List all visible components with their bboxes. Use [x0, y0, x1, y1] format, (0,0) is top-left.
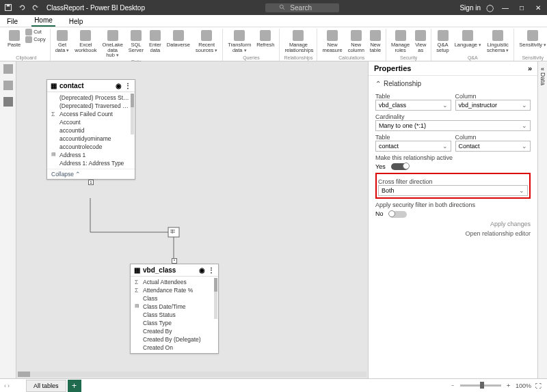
more-icon[interactable]: ⋮: [208, 266, 215, 274]
visibility-icon[interactable]: ◉: [199, 266, 205, 274]
close-button[interactable]: ✕: [533, 4, 543, 12]
collapse-panel-icon[interactable]: »: [528, 64, 532, 72]
tab-help[interactable]: Help: [66, 16, 86, 27]
field-item[interactable]: Actual Attendees: [131, 278, 218, 286]
enter-data-button[interactable]: Enter data: [147, 29, 163, 59]
maximize-button[interactable]: □: [517, 4, 526, 12]
collapse-link[interactable]: Collapse ⌃: [47, 169, 135, 179]
select-table1[interactable]: vbd_class: [375, 100, 451, 111]
transform-data-button[interactable]: Transform data: [226, 29, 253, 55]
field-item[interactable]: Class: [131, 294, 218, 303]
visibility-icon[interactable]: ◉: [116, 82, 122, 89]
view-as-button[interactable]: View as: [413, 29, 428, 55]
field-item[interactable]: Class Type: [131, 319, 218, 327]
cut-button[interactable]: Cut: [24, 29, 47, 36]
scrollbar[interactable]: [214, 278, 217, 319]
onelake-button[interactable]: OneLake data hub: [100, 29, 124, 59]
field-item[interactable]: Created By (Delegate): [131, 335, 218, 344]
open-editor-link[interactable]: Open relationship editor: [375, 230, 531, 237]
label-active: Make this relationship active: [375, 154, 531, 161]
redo-icon[interactable]: [31, 3, 40, 12]
data-pane-label[interactable]: Data: [539, 72, 546, 85]
expand-data-icon[interactable]: «: [541, 66, 544, 72]
select-cardinality[interactable]: Many to one (*:1): [375, 120, 531, 131]
excel-button[interactable]: Excel workbook: [72, 29, 98, 59]
sign-in-link[interactable]: Sign in: [459, 4, 481, 12]
group-label: Calculations: [338, 55, 364, 60]
field-item[interactable]: Created By: [131, 327, 218, 335]
field-item[interactable]: (Deprecated) Traversed Path: [47, 102, 135, 110]
recent-sources-button[interactable]: Recent sources: [194, 29, 219, 59]
language-button[interactable]: Language: [453, 29, 483, 55]
field-item[interactable]: Address 1: [47, 151, 135, 159]
sql-button[interactable]: SQL Server: [126, 29, 146, 59]
ribbon-group-sensitivity: Sensitivity Sensitivity: [514, 29, 547, 61]
linguistic-schema-button[interactable]: Linguistic schema: [485, 29, 511, 55]
field-item[interactable]: Class Date/Time: [131, 303, 218, 311]
table-card-contact[interactable]: ▦ contact ◉ ⋮ (Deprecated) Process Stage…: [46, 79, 135, 180]
table-card-vbd-class[interactable]: * ▦ vbd_class ◉ ⋮ Actual AttendeesAttend…: [130, 264, 219, 354]
new-measure-button[interactable]: New measure: [320, 29, 344, 55]
user-icon[interactable]: ◯: [486, 4, 494, 12]
svg-point-2: [280, 5, 284, 8]
qa-setup-button[interactable]: Q&A setup: [434, 29, 451, 55]
get-data-button[interactable]: Get data: [53, 29, 72, 59]
section-relationship[interactable]: ⌃Relationship: [375, 80, 531, 87]
layout-tab-all-tables[interactable]: All tables: [26, 380, 66, 392]
field-item[interactable]: accountid: [47, 126, 135, 135]
new-column-button[interactable]: New column: [346, 29, 366, 55]
tab-home[interactable]: Home: [31, 15, 55, 27]
field-item[interactable]: accountrolecode: [47, 143, 135, 151]
dataverse-button[interactable]: Dataverse: [165, 29, 192, 59]
fit-to-screen-icon[interactable]: ⛶: [535, 382, 542, 389]
ribbon-group-qa: Q&A setup Language Linguistic schema Q&A: [431, 29, 514, 61]
left-nav-rail: [0, 61, 16, 378]
field-item[interactable]: Class Status: [131, 311, 218, 319]
table-view-icon[interactable]: [3, 81, 13, 90]
field-item[interactable]: Access Failed Count: [47, 110, 135, 118]
refresh-button[interactable]: Refresh: [254, 29, 276, 55]
field-item[interactable]: Created On: [131, 344, 218, 352]
undo-icon[interactable]: [18, 3, 26, 12]
group-label: Security: [400, 55, 417, 60]
nav-next-icon[interactable]: ›: [8, 382, 10, 389]
toggle-active[interactable]: [391, 163, 409, 170]
save-icon[interactable]: [4, 3, 12, 12]
field-item[interactable]: accountidyominame: [47, 135, 135, 143]
zoom-in-icon[interactable]: ＋: [505, 381, 511, 390]
table-icon: ▦: [134, 266, 140, 274]
ribbon-group-calculations: New measure New column New table Calcula…: [317, 29, 386, 61]
field-item[interactable]: Attendance Rate %: [131, 286, 218, 294]
add-layout-button[interactable]: +: [68, 380, 81, 392]
select-column2[interactable]: Contact: [455, 141, 531, 152]
model-canvas[interactable]: ▦ contact ◉ ⋮ (Deprecated) Process Stage…: [16, 61, 368, 378]
tab-file[interactable]: File: [4, 16, 21, 27]
more-icon[interactable]: ⋮: [124, 82, 131, 89]
svg-line-3: [283, 8, 285, 10]
select-cross-filter[interactable]: Both: [378, 185, 528, 196]
scrollbar[interactable]: [131, 94, 134, 135]
canvas-hscroll[interactable]: [18, 372, 366, 377]
search-placeholder: Search: [290, 4, 312, 12]
zoom-out-icon[interactable]: ﹣: [450, 381, 456, 390]
field-item[interactable]: Address 1: Address Type: [47, 159, 135, 167]
svg-rect-4: [168, 227, 179, 237]
report-view-icon[interactable]: [3, 64, 13, 74]
copy-button[interactable]: Copy: [24, 36, 47, 43]
global-search[interactable]: Search: [265, 3, 339, 12]
toggle-security-filter[interactable]: [389, 211, 407, 218]
nav-prev-icon[interactable]: ‹: [4, 382, 6, 389]
field-item[interactable]: (Deprecated) Process Stage: [47, 94, 135, 102]
apply-changes-link[interactable]: Apply changes: [375, 221, 531, 227]
model-view-icon[interactable]: [3, 97, 13, 107]
zoom-slider[interactable]: [460, 384, 501, 387]
new-table-button[interactable]: New table: [368, 29, 383, 55]
manage-roles-button[interactable]: Manage roles: [389, 29, 412, 55]
select-table2[interactable]: contact: [375, 141, 451, 152]
sensitivity-button[interactable]: Sensitivity: [517, 29, 547, 55]
select-column1[interactable]: vbd_instructor: [455, 100, 531, 111]
field-item[interactable]: Account: [47, 118, 135, 126]
minimize-button[interactable]: —: [501, 4, 510, 12]
paste-button[interactable]: Paste: [5, 29, 23, 55]
manage-relationships-button[interactable]: Manage relationships: [282, 29, 314, 55]
